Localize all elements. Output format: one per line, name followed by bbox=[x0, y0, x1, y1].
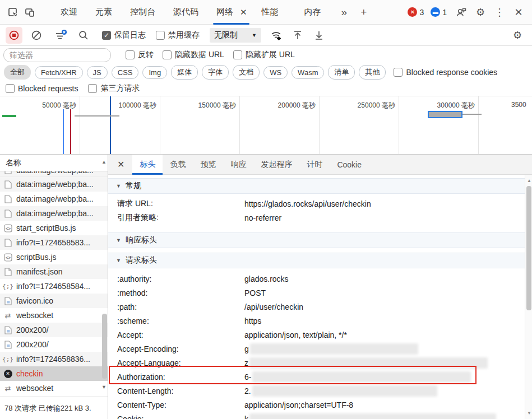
image-file-icon bbox=[3, 296, 12, 305]
request-row[interactable]: 200x200/ bbox=[0, 337, 108, 352]
tab-network-label: 网络 bbox=[216, 0, 237, 25]
timeline-selected-request-bar[interactable] bbox=[428, 111, 462, 118]
import-har-icon[interactable] bbox=[289, 27, 306, 44]
settings-gear-icon[interactable]: ⚙ bbox=[473, 4, 488, 20]
section-request-headers[interactable]: ▼ 请求标头 bbox=[108, 253, 532, 268]
request-row-partial[interactable]: data:image/webp;ba... bbox=[0, 171, 108, 177]
filter-input[interactable] bbox=[3, 48, 111, 62]
close-devtools-icon[interactable]: ✕ bbox=[511, 4, 526, 20]
request-row[interactable]: data:image/webp;ba... bbox=[0, 177, 108, 192]
search-icon[interactable] bbox=[75, 27, 92, 44]
header-row-authorization: Authorization: 6- bbox=[108, 370, 532, 384]
details-tab-timing[interactable]: 计时 bbox=[299, 155, 330, 175]
throttling-dropdown[interactable]: 无限制 ▼ bbox=[210, 28, 261, 43]
pill-img[interactable]: Img bbox=[142, 66, 167, 79]
request-row[interactable]: data:image/webp;ba... bbox=[0, 206, 108, 221]
feedback-icon[interactable] bbox=[454, 4, 469, 20]
request-row-checkin-selected[interactable]: ✕ checkin bbox=[0, 366, 108, 381]
pill-media[interactable]: 媒体 bbox=[171, 65, 198, 80]
scroll-up-icon[interactable]: ▲ bbox=[101, 159, 107, 165]
section-response-headers[interactable]: ▼ 响应标头 bbox=[108, 232, 532, 248]
pill-other[interactable]: 其他 bbox=[359, 65, 386, 80]
tab-console[interactable]: 控制台 bbox=[121, 0, 164, 25]
disclosure-triangle-icon: ▼ bbox=[116, 258, 121, 263]
request-row[interactable]: ⇄ websocket bbox=[0, 381, 108, 395]
network-conditions-icon[interactable] bbox=[268, 27, 285, 44]
more-options-icon[interactable]: ⋮ bbox=[492, 4, 507, 20]
pill-css[interactable]: CSS bbox=[112, 66, 139, 79]
more-tabs-icon[interactable]: » bbox=[335, 6, 354, 18]
details-scrollbar[interactable]: ▲ ▼ bbox=[525, 175, 532, 419]
scroll-down-icon[interactable]: ▼ bbox=[101, 384, 107, 390]
disclosure-triangle-icon: ▼ bbox=[116, 183, 121, 189]
details-scrollbar-thumb[interactable] bbox=[526, 186, 531, 310]
name-column-header[interactable]: 名称 bbox=[0, 155, 108, 171]
pill-ws[interactable]: WS bbox=[263, 66, 288, 79]
request-row[interactable]: manifest.json bbox=[0, 264, 108, 279]
pill-js[interactable]: JS bbox=[87, 66, 108, 79]
header-row: Accept-Language: z bbox=[108, 356, 532, 370]
image-file-icon bbox=[3, 340, 12, 349]
filter-toggle-icon[interactable] bbox=[53, 27, 70, 44]
manifest-icon bbox=[3, 267, 12, 276]
blocked-response-cookies-box bbox=[394, 68, 403, 77]
third-party-checkbox[interactable]: 第三方请求 bbox=[88, 83, 140, 94]
details-tab-cookies[interactable]: Cookie bbox=[330, 155, 369, 175]
request-url-value[interactable]: https://glados.rocks/api/user/checkin bbox=[244, 199, 371, 208]
pill-manifest[interactable]: 清单 bbox=[328, 65, 355, 80]
request-row[interactable]: {;} info?t=1724658584... bbox=[0, 279, 108, 294]
pill-fetch-xhr[interactable]: Fetch/XHR bbox=[35, 66, 83, 79]
add-tab-icon[interactable]: + bbox=[354, 6, 373, 18]
record-network-log-button[interactable] bbox=[6, 27, 22, 44]
request-row[interactable]: data:image/webp;ba... bbox=[0, 192, 108, 206]
disable-cache-checkbox[interactable]: 禁用缓存 bbox=[156, 30, 200, 40]
pill-wasm[interactable]: Wasm bbox=[292, 66, 324, 79]
request-row[interactable]: ⇄ websocket bbox=[0, 308, 108, 323]
issue-badge[interactable]: ▬ 1 bbox=[431, 7, 447, 17]
tab-welcome[interactable]: 欢迎 bbox=[52, 0, 86, 25]
timeline-gridline bbox=[239, 96, 240, 154]
network-main-area: 名称 data:image/webp;ba... data:image/webp… bbox=[0, 155, 532, 419]
network-overview-timeline[interactable]: 50000 毫秒 100000 毫秒 150000 毫秒 200000 毫秒 2… bbox=[0, 96, 532, 155]
scroll-up-icon[interactable]: ▲ bbox=[527, 178, 531, 183]
preserve-log-label: 保留日志 bbox=[114, 30, 146, 40]
details-tab-payload[interactable]: 负载 bbox=[163, 155, 193, 175]
pill-font[interactable]: 字体 bbox=[202, 65, 229, 80]
tab-close-icon[interactable]: ✕ bbox=[240, 7, 247, 17]
request-row[interactable]: <> scriptBus.js bbox=[0, 250, 108, 264]
request-list-scrollbar-thumb[interactable] bbox=[102, 314, 107, 379]
request-row[interactable]: info?t=1724658583... bbox=[0, 235, 108, 250]
details-tab-initiator[interactable]: 发起程序 bbox=[253, 155, 299, 175]
section-general[interactable]: ▼ 常规 bbox=[108, 178, 532, 194]
tab-sources[interactable]: 源代码 bbox=[164, 0, 207, 25]
network-settings-gear-icon[interactable]: ⚙ bbox=[510, 27, 525, 43]
device-toolbar-icon[interactable] bbox=[21, 4, 38, 21]
request-row[interactable]: {;} info?t=1724658836... bbox=[0, 352, 108, 366]
clear-network-log-icon[interactable] bbox=[28, 27, 45, 44]
details-tab-preview[interactable]: 预览 bbox=[193, 155, 223, 175]
tab-elements[interactable]: 元素 bbox=[86, 0, 121, 25]
scroll-down-icon[interactable]: ▼ bbox=[527, 411, 531, 416]
inspect-element-icon[interactable] bbox=[4, 4, 21, 21]
blocked-response-cookies-checkbox[interactable]: Blocked response cookies bbox=[394, 68, 497, 77]
error-badge[interactable]: ✕ 3 bbox=[408, 7, 424, 17]
details-tab-headers[interactable]: 标头 bbox=[132, 155, 163, 175]
request-row[interactable]: favicon.ico bbox=[0, 294, 108, 308]
pill-doc[interactable]: 文档 bbox=[233, 65, 260, 80]
hide-data-urls-label: 隐藏数据 URL bbox=[175, 50, 224, 60]
blocked-requests-checkbox[interactable]: Blocked requests bbox=[6, 84, 78, 93]
request-row[interactable]: <> start_scriptBus.js bbox=[0, 221, 108, 235]
request-row[interactable]: 200x200/ bbox=[0, 323, 108, 337]
preserve-log-checkbox[interactable]: ✓ 保留日志 bbox=[102, 30, 146, 40]
hide-extension-urls-checkbox[interactable]: 隐藏扩展 URL bbox=[233, 50, 295, 60]
details-tab-response[interactable]: 响应 bbox=[223, 155, 253, 175]
tab-network-active[interactable]: 网络 ✕ bbox=[207, 0, 253, 25]
close-details-icon[interactable]: ✕ bbox=[108, 159, 132, 170]
invert-checkbox[interactable]: 反转 bbox=[126, 50, 154, 60]
tab-memory[interactable]: 内存 bbox=[295, 0, 330, 25]
pill-all[interactable]: 全部 bbox=[4, 65, 31, 80]
tab-performance[interactable]: 性能 bbox=[253, 0, 288, 25]
export-har-icon[interactable] bbox=[311, 27, 327, 44]
hide-data-urls-checkbox[interactable]: 隐藏数据 URL bbox=[163, 50, 224, 60]
timeline-tick: 3500 bbox=[511, 101, 532, 109]
